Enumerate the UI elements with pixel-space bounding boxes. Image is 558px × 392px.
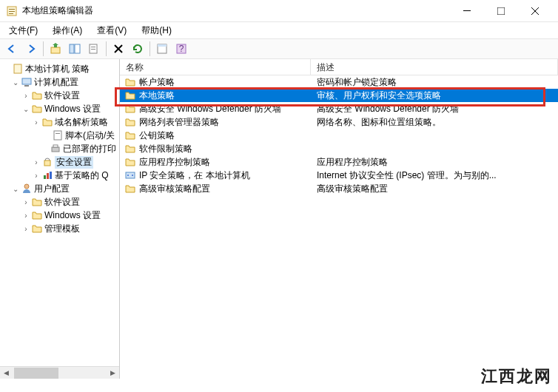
- menu-view[interactable]: 查看(V): [91, 23, 132, 38]
- tree-scripts[interactable]: 脚本(启动/关: [0, 129, 119, 142]
- printer-icon: [50, 143, 61, 155]
- up-button[interactable]: [47, 40, 64, 58]
- title-bar: 本地组策略编辑器: [0, 0, 558, 22]
- list-row[interactable]: 帐户策略密码和帐户锁定策略: [120, 75, 558, 89]
- tree-user-windows-settings[interactable]: › Windows 设置: [0, 209, 119, 222]
- list-row[interactable]: IP 安全策略，在 本地计算机Internet 协议安全性 (IPsec) 管理…: [120, 169, 558, 182]
- minimize-button[interactable]: [450, 0, 484, 22]
- list-header: 名称 描述: [120, 59, 558, 75]
- list-row[interactable]: 软件限制策略: [120, 142, 558, 155]
- show-hide-tree-button[interactable]: [66, 40, 84, 58]
- window-controls: [450, 0, 552, 22]
- export-button[interactable]: [85, 40, 103, 58]
- chevron-down-icon[interactable]: ⌄: [10, 77, 21, 87]
- svg-point-31: [24, 184, 29, 189]
- tree-scrollbar[interactable]: ◀ ▶: [0, 366, 119, 379]
- list-row[interactable]: 高级安全 Windows Defender 防火墙高级安全 Windows De…: [120, 102, 558, 115]
- svg-rect-13: [91, 49, 95, 50]
- scroll-left-icon[interactable]: ◀: [0, 367, 13, 379]
- chevron-right-icon[interactable]: ›: [21, 90, 31, 101]
- svg-rect-20: [14, 64, 21, 73]
- svg-rect-32: [126, 172, 135, 178]
- tree-root[interactable]: 本地计算机 策略: [0, 62, 119, 75]
- item-name: 公钥策略: [139, 129, 175, 142]
- tree-printers[interactable]: 已部署的打印: [0, 142, 119, 155]
- svg-rect-10: [75, 44, 80, 53]
- column-name[interactable]: 名称: [120, 59, 311, 75]
- chevron-right-icon[interactable]: ›: [31, 117, 41, 127]
- folder-icon: [124, 116, 136, 128]
- list-row[interactable]: 应用程序控制策略应用程序控制策略: [120, 155, 558, 169]
- folder-icon: [124, 156, 136, 168]
- item-name: 软件限制策略: [139, 143, 192, 155]
- scroll-thumb[interactable]: [14, 368, 58, 379]
- folder-open-icon: [31, 103, 43, 115]
- svg-rect-26: [53, 145, 58, 147]
- svg-rect-2: [9, 11, 15, 12]
- forward-button[interactable]: [22, 40, 40, 58]
- app-icon: [6, 5, 18, 17]
- folder-icon: [124, 76, 136, 88]
- list-row[interactable]: 高级审核策略配置高级审核策略配置: [120, 182, 558, 195]
- svg-rect-8: [51, 47, 60, 53]
- tree-policy-qos[interactable]: › 基于策略的 Q: [0, 169, 119, 182]
- tree-software-settings[interactable]: › 软件设置: [0, 89, 119, 102]
- tree-user-config[interactable]: ⌄ 用户配置: [0, 182, 119, 195]
- refresh-button[interactable]: [129, 40, 147, 58]
- chevron-down-icon[interactable]: [1, 64, 12, 74]
- tree-pane: 本地计算机 策略 ⌄ 计算机配置 › 软件设置 ⌄ Windows 设置 › 域…: [0, 59, 120, 379]
- folder-icon: [31, 223, 43, 234]
- tree-user-software[interactable]: › 软件设置: [0, 195, 119, 209]
- tree-computer-config[interactable]: ⌄ 计算机配置: [0, 75, 119, 89]
- delete-button[interactable]: [110, 40, 127, 58]
- menu-bar: 文件(F) 操作(A) 查看(V) 帮助(H): [0, 22, 558, 38]
- svg-rect-24: [56, 133, 60, 134]
- chevron-down-icon[interactable]: ⌄: [21, 104, 31, 114]
- chevron-right-icon[interactable]: ›: [31, 157, 41, 167]
- svg-rect-3: [9, 13, 13, 14]
- maximize-button[interactable]: [484, 0, 518, 22]
- column-desc[interactable]: 描述: [311, 59, 558, 75]
- item-desc: 审核、用户权利和安全选项策略: [311, 89, 558, 102]
- properties-button[interactable]: [153, 40, 171, 58]
- svg-rect-21: [22, 78, 31, 84]
- back-button[interactable]: [3, 40, 21, 58]
- menu-file[interactable]: 文件(F): [3, 23, 44, 38]
- svg-rect-30: [50, 172, 52, 179]
- chevron-right-icon[interactable]: ›: [21, 223, 31, 234]
- close-button[interactable]: [518, 0, 552, 22]
- folder-icon: [124, 183, 136, 195]
- chevron-right-icon[interactable]: ›: [21, 210, 31, 220]
- chevron-right-icon[interactable]: ›: [31, 170, 41, 180]
- tree-security-settings[interactable]: › 安全设置: [0, 155, 119, 169]
- menu-help[interactable]: 帮助(H): [135, 23, 178, 38]
- tree-view[interactable]: 本地计算机 策略 ⌄ 计算机配置 › 软件设置 ⌄ Windows 设置 › 域…: [0, 59, 119, 366]
- item-desc: 密码和帐户锁定策略: [311, 76, 558, 89]
- list-row[interactable]: 网络列表管理器策略网络名称、图标和位置组策略。: [120, 115, 558, 129]
- folder-icon: [124, 103, 136, 115]
- separator: [106, 41, 107, 56]
- item-desc: 网络名称、图标和位置组策略。: [311, 116, 558, 129]
- svg-point-33: [127, 175, 129, 176]
- item-desc: 应用程序控制策略: [311, 156, 558, 169]
- tree-admin-templates[interactable]: › 管理模板: [0, 222, 119, 235]
- tree-windows-settings[interactable]: ⌄ Windows 设置: [0, 102, 119, 115]
- scroll-right-icon[interactable]: ▶: [107, 367, 119, 379]
- folder-icon: [124, 129, 136, 141]
- folder-icon: [31, 196, 43, 208]
- watermark: 江西龙网: [481, 365, 552, 388]
- chevron-down-icon[interactable]: ⌄: [10, 183, 21, 194]
- list-view[interactable]: 帐户策略密码和帐户锁定策略本地策略审核、用户权利和安全选项策略高级安全 Wind…: [120, 75, 558, 379]
- svg-text:?: ?: [179, 44, 184, 54]
- menu-action[interactable]: 操作(A): [47, 23, 88, 38]
- svg-rect-27: [44, 160, 50, 166]
- script-icon: [52, 129, 64, 141]
- list-row[interactable]: 公钥策略: [120, 129, 558, 142]
- svg-rect-17: [158, 44, 167, 47]
- window-title: 本地组策略编辑器: [22, 4, 450, 17]
- help-button[interactable]: ?: [172, 40, 190, 58]
- list-row[interactable]: 本地策略审核、用户权利和安全选项策略: [120, 89, 558, 102]
- svg-rect-28: [44, 175, 46, 179]
- tree-dns-policy[interactable]: › 域名解析策略: [0, 115, 119, 129]
- chevron-right-icon[interactable]: ›: [21, 197, 31, 207]
